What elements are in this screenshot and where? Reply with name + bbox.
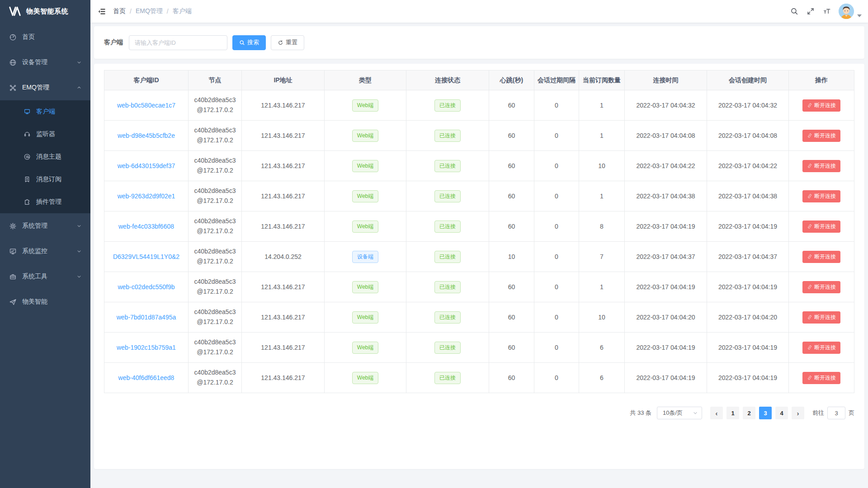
table-row: web-fe4c033bf6608 c40b2d8ea5c3 @172.17.0… [104, 211, 854, 242]
sidebar-item-tools[interactable]: 系统工具 [0, 264, 90, 289]
session-expiry-cell: 0 [534, 90, 579, 121]
caret-down-icon [857, 14, 862, 17]
session-expiry-cell: 0 [534, 121, 579, 151]
connect-time-cell: 2022-03-17 04:04:22 [625, 151, 707, 181]
search-icon [790, 7, 798, 15]
disconnect-button[interactable]: 断开连接 [802, 190, 840, 202]
sidebar-item-subscribe[interactable]: 消息订阅 [0, 168, 90, 191]
client-id-link[interactable]: web-fe4c033bf6608 [118, 223, 174, 230]
status-badge: 已连接 [434, 130, 461, 142]
globe-icon [9, 59, 17, 66]
sidebar-item-client[interactable]: 客户端 [0, 100, 90, 123]
node-cell: c40b2d8ea5c3 @172.17.0.2 [189, 302, 242, 333]
sidebar-item-label: 设备管理 [22, 58, 76, 66]
disconnect-button[interactable]: 断开连接 [802, 251, 840, 263]
col-action: 操作 [789, 70, 854, 90]
disconnect-button[interactable]: 断开连接 [802, 281, 840, 293]
client-id-link[interactable]: web-40f6df661eed8 [118, 374, 175, 381]
sidebar-item-label: 客户端 [36, 108, 82, 116]
client-id-link[interactable]: web-9263d2d9f02e1 [118, 192, 175, 200]
client-table-panel: 客户端ID 节点 IP地址 类型 连接状态 心跳(秒) 会话过期间隔 当前订阅数… [94, 64, 864, 469]
col-node: 节点 [189, 70, 242, 90]
client-id-link[interactable]: web-c02dedc550f9b [118, 283, 175, 291]
sidebar-item-plugin[interactable]: 插件管理 [0, 191, 90, 213]
sidebar-item-listener[interactable]: 监听器 [0, 123, 90, 145]
node-cell: c40b2d8ea5c3 @172.17.0.2 [189, 181, 242, 211]
sidebar-item-monitor[interactable]: 系统监控 [0, 239, 90, 264]
status-badge: 已连接 [434, 160, 461, 172]
heartbeat-cell: 60 [489, 121, 534, 151]
client-id-link[interactable]: web-1902c15b759a1 [117, 344, 176, 351]
breadcrumb-separator: / [167, 8, 169, 15]
search-field-label: 客户端 [104, 38, 123, 47]
logo[interactable]: 物美智能系统 [0, 0, 90, 23]
disconnect-button[interactable]: 断开连接 [802, 311, 840, 324]
breadcrumb: 首页 / EMQ管理 / 客户端 [113, 7, 192, 15]
ip-cell: 121.43.146.217 [242, 151, 325, 181]
next-page-button[interactable]: › [792, 407, 804, 419]
app-title: 物美智能系统 [26, 7, 68, 16]
client-table: 客户端ID 节点 IP地址 类型 连接状态 心跳(秒) 会话过期间隔 当前订阅数… [104, 70, 854, 393]
session-create-time-cell: 2022-03-17 04:04:38 [707, 181, 789, 211]
disconnect-button[interactable]: 断开连接 [802, 99, 840, 112]
disconnect-button[interactable]: 断开连接 [802, 372, 840, 384]
page-button-4[interactable]: 4 [775, 407, 788, 419]
disconnect-button[interactable]: 断开连接 [802, 130, 840, 142]
goto-page-input[interactable] [827, 407, 845, 419]
client-id-link[interactable]: web-b0c580ecae1c7 [117, 102, 175, 109]
search-button[interactable]: 搜索 [232, 35, 266, 50]
type-badge: Web端 [352, 281, 378, 293]
toolbox-icon [9, 273, 17, 281]
sidebar-item-home[interactable]: 首页 [0, 24, 90, 50]
font-size-button[interactable] [819, 0, 835, 23]
sidebar-item-wumei[interactable]: 物美智能 [0, 289, 90, 314]
subscriptions-cell: 6 [579, 363, 625, 393]
client-id-link[interactable]: web-d98e45b5cfb2e [118, 132, 175, 139]
sidebar-item-emq[interactable]: EMQ管理 [0, 75, 90, 100]
client-id-link[interactable]: web-6d430159def37 [118, 162, 175, 169]
breadcrumb-section[interactable]: EMQ管理 [136, 7, 163, 15]
prev-page-button[interactable]: ‹ [710, 407, 723, 419]
page-size-select[interactable]: 10条/页 [657, 407, 702, 419]
client-id-link[interactable]: web-7bd01d87a495a [117, 314, 176, 321]
chevron-up-icon [76, 84, 82, 91]
user-menu[interactable] [839, 4, 862, 19]
page-button-1[interactable]: 1 [726, 407, 739, 419]
disconnect-button[interactable]: 断开连接 [802, 342, 840, 354]
sidebar-fold-button[interactable] [90, 0, 113, 23]
chevron-down-icon [693, 410, 698, 416]
reset-button[interactable]: 重置 [271, 35, 304, 50]
disconnect-button[interactable]: 断开连接 [802, 221, 840, 233]
client-id-link[interactable]: D6329VL54419L1Y0&2 [113, 253, 179, 260]
client-id-input[interactable] [129, 35, 227, 50]
node-cell: c40b2d8ea5c3 @172.17.0.2 [189, 90, 242, 121]
page-content: 客户端 搜索 重置 [90, 23, 868, 488]
session-expiry-cell: 0 [534, 302, 579, 333]
avatar-image [839, 4, 854, 19]
ip-cell: 121.43.146.217 [242, 333, 325, 363]
sidebar-item-label: 消息主题 [36, 153, 82, 161]
subscriptions-cell: 10 [579, 151, 625, 181]
type-badge: 设备端 [352, 251, 378, 263]
search-panel: 客户端 搜索 重置 [94, 26, 864, 59]
header-search-button[interactable] [786, 0, 802, 23]
heartbeat-cell: 60 [489, 211, 534, 242]
ip-cell: 121.43.146.217 [242, 181, 325, 211]
table-row: web-6d430159def37 c40b2d8ea5c3 @172.17.0… [104, 151, 854, 181]
sidebar-item-device[interactable]: 设备管理 [0, 50, 90, 75]
fullscreen-icon [807, 7, 815, 15]
page-button-3-active[interactable]: 3 [759, 407, 772, 419]
page-button-2[interactable]: 2 [743, 407, 755, 419]
link-off-icon [807, 163, 812, 169]
link-off-icon [807, 314, 812, 320]
type-badge: Web端 [352, 190, 378, 202]
disconnect-button[interactable]: 断开连接 [802, 160, 840, 172]
fullscreen-button[interactable] [802, 0, 819, 23]
col-session-create-time: 会话创建时间 [707, 70, 789, 90]
ip-cell: 121.43.146.217 [242, 121, 325, 151]
status-badge: 已连接 [434, 372, 461, 384]
sidebar-item-system[interactable]: 系统管理 [0, 213, 90, 239]
breadcrumb-home[interactable]: 首页 [113, 7, 126, 15]
sidebar-item-topic[interactable]: 消息主题 [0, 145, 90, 168]
session-expiry-cell: 0 [534, 211, 579, 242]
